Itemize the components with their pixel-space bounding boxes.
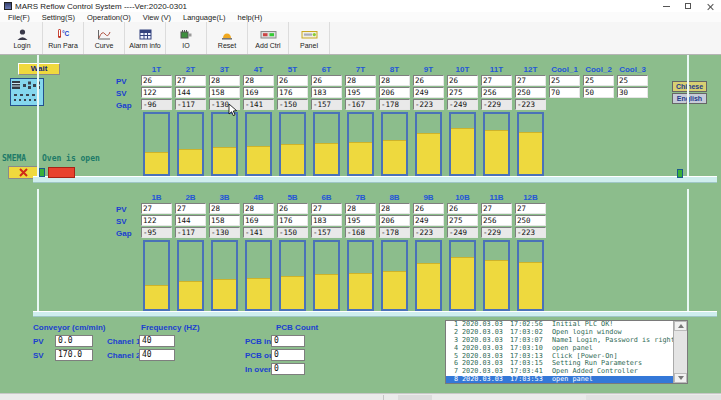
zone-12b-gap-field[interactable]: -223: [515, 227, 546, 238]
zone-10b-sv-field[interactable]: 275: [447, 215, 478, 226]
zone-5t-sv-field[interactable]: 176: [277, 87, 308, 98]
zone-10t-pv-field[interactable]: 26: [447, 75, 478, 86]
channel2-field[interactable]: 40: [139, 349, 175, 361]
log-row[interactable]: 72020.03.0317:03:41Open Added Controller: [446, 368, 673, 376]
zone-6t-gap-field[interactable]: -157: [311, 99, 342, 110]
language-english-button[interactable]: English: [672, 93, 707, 104]
menu-item-help[interactable]: help(H): [232, 13, 269, 22]
log-row[interactable]: 12020.03.0317:02:56Initial PLC OK!: [446, 321, 673, 329]
zone-12t-sv-field[interactable]: 250: [515, 87, 546, 98]
toolbar-button-login[interactable]: Login: [2, 22, 43, 54]
maximize-button[interactable]: [677, 0, 699, 12]
toolbar-button-reset[interactable]: Reset: [207, 22, 248, 54]
zone-3t-sv-field[interactable]: 158: [209, 87, 240, 98]
log-row[interactable]: 52020.03.0317:03:13Click [Power-On]: [446, 353, 673, 361]
zone-6b-sv-field[interactable]: 183: [311, 215, 342, 226]
log-row[interactable]: 82020.03.0317:03:53open panel: [446, 376, 673, 383]
channel1-field[interactable]: 40: [139, 335, 175, 347]
in-oven-field[interactable]: 0: [271, 363, 305, 375]
zone-8b-sv-field[interactable]: 206: [379, 215, 410, 226]
minimize-button[interactable]: [655, 0, 677, 12]
menu-item-file[interactable]: File(F): [2, 13, 36, 22]
zone-2b-sv-field[interactable]: 144: [175, 215, 206, 226]
zone-1b-pv-field[interactable]: 27: [141, 203, 172, 214]
toolbar-button-curve[interactable]: Curve: [84, 22, 125, 54]
zone-12b-sv-field[interactable]: 250: [515, 215, 546, 226]
zone-4b-pv-field[interactable]: 28: [243, 203, 274, 214]
zone-5b-pv-field[interactable]: 26: [277, 203, 308, 214]
wait-status-button[interactable]: Wait: [18, 63, 60, 75]
zone-1t-pv-field[interactable]: 26: [141, 75, 172, 86]
zone-3b-pv-field[interactable]: 28: [209, 203, 240, 214]
zone-4t-gap-field[interactable]: -141: [243, 99, 274, 110]
toolbar-button-panel[interactable]: Panel: [289, 22, 330, 54]
zone-6t-pv-field[interactable]: 26: [311, 75, 342, 86]
zone-11b-pv-field[interactable]: 27: [481, 203, 512, 214]
language-chinese-button[interactable]: Chinese: [672, 81, 707, 92]
zone-1t-gap-field[interactable]: -96: [141, 99, 172, 110]
zone-11t-sv-field[interactable]: 256: [481, 87, 512, 98]
scroll-up-button[interactable]: [674, 321, 687, 331]
log-row[interactable]: 62020.03.0317:03:15Setting Run Parameter…: [446, 360, 673, 368]
zone-7t-sv-field[interactable]: 195: [345, 87, 376, 98]
log-row[interactable]: 32020.03.0317:03:07Name1 Login, Password…: [446, 337, 673, 345]
zone-8t-gap-field[interactable]: -178: [379, 99, 410, 110]
zone-8b-gap-field[interactable]: -178: [379, 227, 410, 238]
pcb-out-field[interactable]: 0: [271, 349, 305, 361]
zone-4t-sv-field[interactable]: 169: [243, 87, 274, 98]
zone-5b-gap-field[interactable]: -150: [277, 227, 308, 238]
zone-5t-pv-field[interactable]: 26: [277, 75, 308, 86]
zone-7b-sv-field[interactable]: 195: [345, 215, 376, 226]
zone-cool_1-pv-field[interactable]: 25: [549, 75, 580, 86]
zone-9b-gap-field[interactable]: -223: [413, 227, 444, 238]
zone-4t-pv-field[interactable]: 28: [243, 75, 274, 86]
zone-12t-pv-field[interactable]: 27: [515, 75, 546, 86]
zone-6b-gap-field[interactable]: -157: [311, 227, 342, 238]
zone-cool_3-pv-field[interactable]: 25: [617, 75, 648, 86]
zone-11b-sv-field[interactable]: 256: [481, 215, 512, 226]
zone-9t-gap-field[interactable]: -223: [413, 99, 444, 110]
toolbar-button-io[interactable]: IO: [166, 22, 207, 54]
zone-3b-gap-field[interactable]: -130: [209, 227, 240, 238]
close-button[interactable]: [699, 0, 721, 12]
zone-7t-pv-field[interactable]: 28: [345, 75, 376, 86]
zone-7b-pv-field[interactable]: 28: [345, 203, 376, 214]
zone-3t-pv-field[interactable]: 28: [209, 75, 240, 86]
menu-item-setting[interactable]: Setting(S): [36, 13, 81, 22]
zone-4b-gap-field[interactable]: -141: [243, 227, 274, 238]
zone-9t-sv-field[interactable]: 249: [413, 87, 444, 98]
zone-9b-pv-field[interactable]: 26: [413, 203, 444, 214]
zone-11b-gap-field[interactable]: -229: [481, 227, 512, 238]
zone-10t-gap-field[interactable]: -249: [447, 99, 478, 110]
zone-cool_3-sv-field[interactable]: 30: [617, 87, 648, 98]
zone-3b-sv-field[interactable]: 158: [209, 215, 240, 226]
zone-5b-sv-field[interactable]: 176: [277, 215, 308, 226]
zone-2b-pv-field[interactable]: 27: [175, 203, 206, 214]
zone-6b-pv-field[interactable]: 27: [311, 203, 342, 214]
zone-4b-sv-field[interactable]: 169: [243, 215, 274, 226]
toolbar-button-run-para[interactable]: °CRun Para: [43, 22, 84, 54]
log-scrollbar[interactable]: [673, 321, 687, 383]
menu-item-operation[interactable]: Operation(O): [81, 13, 137, 22]
zone-7t-gap-field[interactable]: -167: [345, 99, 376, 110]
zone-6t-sv-field[interactable]: 183: [311, 87, 342, 98]
log-row[interactable]: 42020.03.0317:03:10open panel: [446, 345, 673, 353]
zone-9t-pv-field[interactable]: 26: [413, 75, 444, 86]
zone-2t-sv-field[interactable]: 144: [175, 87, 206, 98]
log-row[interactable]: 22020.03.0317:03:02Open login window: [446, 329, 673, 337]
zone-12t-gap-field[interactable]: -223: [515, 99, 546, 110]
zone-2b-gap-field[interactable]: -117: [175, 227, 206, 238]
zone-cool_1-sv-field[interactable]: 70: [549, 87, 580, 98]
menu-item-language[interactable]: Language(L): [177, 13, 232, 22]
zone-11t-pv-field[interactable]: 27: [481, 75, 512, 86]
zone-10b-gap-field[interactable]: -249: [447, 227, 478, 238]
zone-2t-gap-field[interactable]: -117: [175, 99, 206, 110]
conveyor-sv-field[interactable]: 170.0: [55, 349, 93, 361]
zone-8b-pv-field[interactable]: 28: [379, 203, 410, 214]
zone-cool_2-pv-field[interactable]: 25: [583, 75, 614, 86]
taskbar[interactable]: [0, 393, 721, 400]
zone-1b-gap-field[interactable]: -95: [141, 227, 172, 238]
zone-1t-sv-field[interactable]: 122: [141, 87, 172, 98]
menu-item-view[interactable]: View (V): [137, 13, 177, 22]
zone-2t-pv-field[interactable]: 27: [175, 75, 206, 86]
